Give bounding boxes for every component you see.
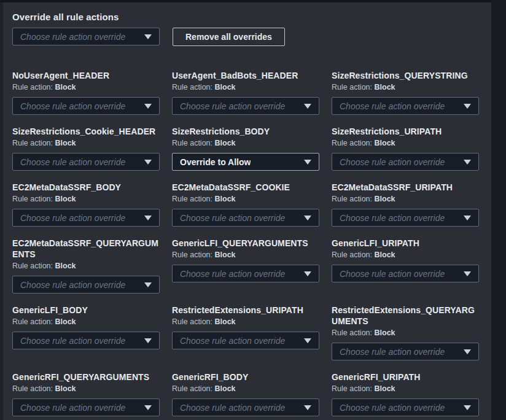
rule-override-select[interactable]: Choose rule action override [12, 153, 160, 171]
rule-override-select-value: Choose rule action override [180, 403, 285, 413]
rule-name: GenericRFI_QUERYARGUMENTS [12, 371, 160, 383]
rule-override-select[interactable]: Choose rule action override [172, 332, 319, 349]
rule-card: EC2MetaDataSSRF_COOKIE Rule action: Bloc… [172, 182, 319, 227]
rule-override-select[interactable]: Choose rule action override [12, 399, 160, 416]
rule-action-line: Rule action: Block [332, 329, 479, 338]
rule-override-select[interactable]: Choose rule action override [172, 97, 319, 115]
rule-action-line: Rule action: Block [332, 139, 479, 148]
rule-name: RestrictedExtensions_URIPATH [172, 305, 319, 316]
rule-override-select[interactable]: Choose rule action override [172, 209, 319, 227]
rule-card: EC2MetaDataSSRF_URIPATH Rule action: Blo… [332, 182, 479, 227]
rule-name: RestrictedExtensions_QUERYARGUMENTS [332, 305, 479, 327]
rule-action-value: Block [375, 83, 395, 91]
rule-action-line: Rule action: Block [12, 83, 160, 92]
chevron-down-icon [464, 160, 471, 165]
rule-override-select-value: Choose rule action override [340, 269, 445, 279]
chevron-down-icon [304, 271, 311, 276]
rule-card: EC2MetaDataSSRF_BODY Rule action: Block … [12, 182, 160, 227]
rule-override-select-value: Choose rule action override [180, 269, 285, 279]
rule-override-select[interactable]: Choose rule action override [332, 399, 479, 416]
rule-override-select-value: Choose rule action override [340, 101, 445, 111]
rule-action-label: Rule action: [172, 384, 212, 393]
rule-card: SizeRestrictions_QUERYSTRING Rule action… [332, 70, 479, 115]
rule-action-label: Rule action: [332, 83, 372, 91]
rule-action-value: Block [55, 195, 76, 203]
rule-action-value: Block [375, 384, 395, 393]
rule-action-line: Rule action: Block [172, 384, 319, 394]
chevron-down-icon [304, 160, 311, 165]
rule-action-label: Rule action: [12, 195, 53, 203]
rule-override-select-value: Choose rule action override [180, 213, 285, 223]
chevron-down-icon [144, 104, 152, 109]
chevron-down-icon [304, 104, 311, 109]
rule-override-select[interactable]: Choose rule action override [172, 399, 319, 416]
rule-override-select[interactable]: Choose rule action override [12, 332, 160, 349]
rule-action-value: Block [375, 329, 395, 337]
rule-name: EC2MetaDataSSRF_BODY [12, 182, 160, 193]
rule-action-label: Rule action: [12, 262, 53, 270]
rule-override-select[interactable]: Choose rule action override [332, 153, 479, 171]
rule-card: GenericLFI_URIPATH Rule action: Block Ch… [332, 238, 479, 282]
rule-action-label: Rule action: [172, 139, 212, 147]
rule-override-select-value: Choose rule action override [180, 101, 285, 111]
rule-action-label: Rule action: [172, 195, 212, 203]
rule-action-value: Block [215, 139, 236, 147]
rule-action-line: Rule action: Block [332, 83, 479, 92]
rule-name: GenericLFI_BODY [12, 305, 160, 316]
rule-override-select[interactable]: Choose rule action override [12, 97, 160, 115]
rule-name: GenericRFI_URIPATH [332, 371, 479, 383]
rule-override-select[interactable]: Override to Allow [172, 153, 319, 171]
rule-action-value: Block [55, 384, 76, 393]
rule-action-line: Rule action: Block [332, 384, 479, 394]
rule-override-select-value: Choose rule action override [20, 336, 125, 346]
rule-name: NoUserAgent_HEADER [12, 70, 160, 81]
rules-grid: NoUserAgent_HEADER Rule action: Block Ch… [12, 70, 479, 416]
override-all-select-placeholder: Choose rule action override [20, 32, 125, 42]
rule-action-value: Block [55, 317, 76, 326]
rule-action-value: Block [375, 195, 395, 203]
rule-card: NoUserAgent_HEADER Rule action: Block Ch… [12, 70, 160, 115]
rule-override-select[interactable]: Choose rule action override [172, 265, 319, 282]
rule-action-value: Block [215, 317, 236, 326]
rule-action-line: Rule action: Block [332, 251, 479, 260]
rule-override-select[interactable]: Choose rule action override [332, 343, 479, 360]
rule-action-line: Rule action: Block [12, 317, 160, 327]
rule-action-label: Rule action: [12, 384, 53, 393]
chevron-down-icon [464, 104, 471, 109]
override-all-select[interactable]: Choose rule action override [12, 28, 160, 45]
rule-card: SizeRestrictions_BODY Rule action: Block… [172, 126, 319, 171]
rule-card: GenericRFI_BODY Rule action: Block Choos… [172, 371, 319, 416]
rule-card: EC2MetaDataSSRF_QUERYARGUMENTS Rule acti… [12, 238, 160, 294]
rule-override-select[interactable]: Choose rule action override [12, 276, 160, 294]
rule-action-label: Rule action: [12, 317, 53, 326]
rule-action-label: Rule action: [332, 329, 372, 337]
rule-override-select-value: Choose rule action override [180, 336, 285, 346]
rule-override-select[interactable]: Choose rule action override [332, 265, 479, 282]
remove-all-overrides-button[interactable]: Remove all overrides [173, 28, 285, 46]
chevron-down-icon [304, 216, 311, 220]
rule-card: GenericRFI_QUERYARGUMENTS Rule action: B… [12, 371, 160, 416]
chevron-down-icon [144, 405, 152, 410]
rule-action-value: Block [215, 83, 236, 91]
rule-card: RestrictedExtensions_URIPATH Rule action… [172, 305, 319, 349]
rule-action-value: Block [55, 139, 76, 147]
chevron-down-icon [464, 405, 471, 410]
rule-card: SizeRestrictions_Cookie_HEADER Rule acti… [12, 126, 160, 171]
chevron-down-icon [144, 34, 152, 39]
rule-override-select[interactable]: Choose rule action override [12, 209, 160, 227]
rule-action-line: Rule action: Block [172, 317, 319, 327]
rule-name: GenericLFI_URIPATH [332, 238, 479, 249]
rule-action-label: Rule action: [172, 83, 212, 91]
rule-name: EC2MetaDataSSRF_URIPATH [332, 182, 479, 193]
rule-action-label: Rule action: [12, 83, 53, 91]
rule-name: SizeRestrictions_Cookie_HEADER [12, 126, 160, 137]
rule-action-label: Rule action: [332, 195, 372, 203]
rule-override-select[interactable]: Choose rule action override [332, 97, 479, 115]
right-gutter [491, 0, 506, 420]
override-all-controls: Choose rule action override Remove all o… [12, 28, 479, 46]
rule-override-select-value: Choose rule action override [340, 403, 445, 413]
rule-override-select[interactable]: Choose rule action override [332, 209, 479, 227]
chevron-down-icon [144, 216, 152, 220]
rule-action-label: Rule action: [172, 317, 212, 326]
rule-card: UserAgent_BadBots_HEADER Rule action: Bl… [172, 70, 319, 115]
